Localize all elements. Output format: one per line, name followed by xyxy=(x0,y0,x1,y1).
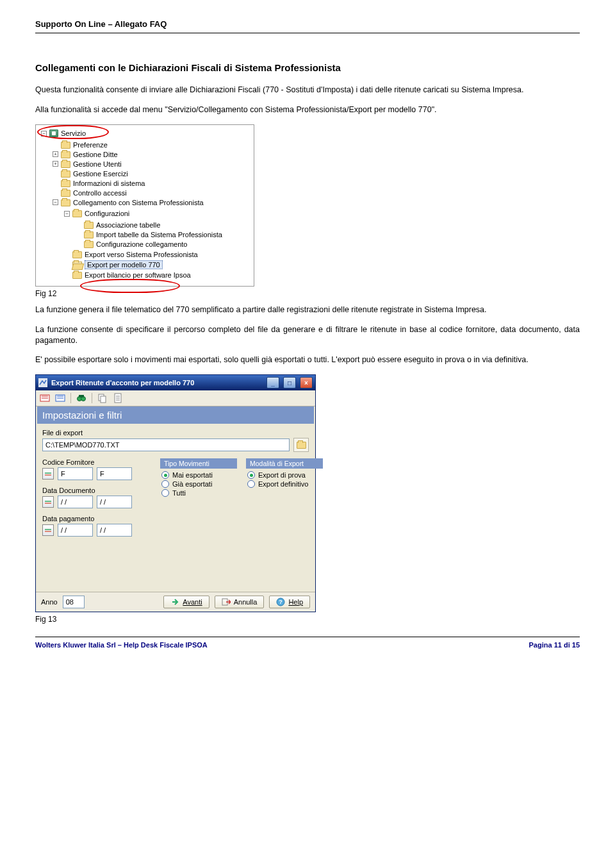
paragraph-intro-1: Questa funzionalità consente di inviare … xyxy=(35,85,580,96)
folder-icon xyxy=(72,251,82,258)
tipo-head: Tipo Movimenti xyxy=(160,458,237,469)
datadoc-to[interactable] xyxy=(97,496,132,508)
tree-item[interactable]: − Configurazioni Associazione tabelle Im… xyxy=(64,209,251,250)
datapag-to[interactable] xyxy=(97,524,132,537)
page-header: Supporto On Line – Allegato FAQ xyxy=(35,19,580,29)
binoculars-icon[interactable] xyxy=(76,393,86,403)
mod-group: Modalità di Export Export di prova Expor… xyxy=(246,458,323,488)
help-button[interactable]: ? Help xyxy=(269,596,310,608)
avanti-button[interactable]: Avanti xyxy=(163,596,209,608)
anno-input[interactable] xyxy=(63,596,85,608)
annulla-button[interactable]: Annulla xyxy=(215,596,265,608)
datapag-label: Data pagamento xyxy=(42,515,151,522)
folder-icon xyxy=(84,231,94,238)
tipo-group: Tipo Movimenti Mai esportati Già esporta… xyxy=(160,458,237,497)
tree-item[interactable]: Controllo accessi xyxy=(53,188,251,197)
plus-icon[interactable]: + xyxy=(53,161,58,167)
radio-icon xyxy=(161,471,169,479)
svg-rect-0 xyxy=(38,378,47,387)
toolbar xyxy=(36,390,315,406)
tree-item[interactable]: +Gestione Utenti xyxy=(53,159,251,169)
tree-item[interactable]: Preferenze xyxy=(53,140,251,149)
mod-head: Modalità di Export xyxy=(246,458,323,469)
radio-mai-esportati[interactable]: Mai esportati xyxy=(160,471,237,480)
tree-item[interactable]: Import tabelle da Sistema Professionista xyxy=(76,230,251,239)
codforn-to[interactable] xyxy=(97,467,132,480)
radio-tutti[interactable]: Tutti xyxy=(160,488,237,497)
radio-icon xyxy=(247,471,255,479)
radio-icon xyxy=(161,489,169,497)
codforn-label: Codice Fornitore xyxy=(42,458,151,466)
tree-screenshot: − Servizio Preferenze +Gestione Ditte +G… xyxy=(35,124,254,287)
tree-item[interactable]: Configurazione collegamento xyxy=(76,239,251,249)
range-icon[interactable] xyxy=(42,524,54,536)
export-dialog: Export Ritenute d'acconto per modello 77… xyxy=(35,374,316,612)
app-icon xyxy=(38,378,47,387)
radio-export-prova[interactable]: Export di prova xyxy=(246,471,323,480)
svg-rect-7 xyxy=(101,396,106,403)
plus-icon[interactable]: + xyxy=(53,151,58,157)
paragraph-3: La funzione genera il file telematico de… xyxy=(35,305,580,315)
section-band: Impostazioni e filtri xyxy=(37,406,314,424)
range-icon[interactable] xyxy=(42,468,54,480)
tree-root[interactable]: − Servizio Preferenze +Gestione Ditte +G… xyxy=(41,129,251,282)
datadoc-from[interactable] xyxy=(58,496,93,508)
dialog-title: Export Ritenute d'acconto per modello 77… xyxy=(51,379,263,387)
codforn-from[interactable] xyxy=(58,467,93,480)
maximize-button[interactable]: □ xyxy=(283,377,296,388)
toolbar-icon-2[interactable] xyxy=(55,393,65,403)
minus-icon[interactable]: − xyxy=(53,199,58,205)
folder-icon xyxy=(297,442,306,449)
tree-root-label: Servizio xyxy=(61,129,86,137)
tree-item[interactable]: Gestione Esercizi xyxy=(53,169,251,178)
footer-rule xyxy=(35,637,580,637)
tree-item[interactable]: Associazione tabelle xyxy=(76,220,251,230)
tree-item-selected[interactable]: Export per modello 770 xyxy=(64,260,251,271)
datapag-from[interactable] xyxy=(58,524,93,537)
tree-item[interactable]: Informazioni di sistema xyxy=(53,178,251,188)
svg-rect-5 xyxy=(79,395,84,397)
page-footer: Wolters Kluwer Italia Srl – Help Desk Fi… xyxy=(35,641,580,649)
paragraph-intro-2: Alla funzionalità si accede dal menu "Se… xyxy=(35,104,580,115)
folder-icon xyxy=(84,241,94,248)
folder-icon xyxy=(61,180,70,187)
section-title: Collegamenti con le Dichiarazioni Fiscal… xyxy=(35,62,580,73)
paragraph-4: La funzione consente di specificare il p… xyxy=(35,324,580,346)
close-button[interactable]: × xyxy=(300,377,313,388)
tree-item[interactable]: +Gestione Ditte xyxy=(53,149,251,159)
doc-icon[interactable] xyxy=(113,393,123,403)
browse-button[interactable] xyxy=(293,438,309,452)
anno-label: Anno xyxy=(41,598,58,606)
tree-item[interactable]: Export bilancio per software Ipsoa xyxy=(64,271,251,280)
folder-icon xyxy=(61,151,70,158)
tree-item[interactable]: Export verso Sistema Professionista xyxy=(64,250,251,260)
figure-label-13: Fig 13 xyxy=(35,615,580,624)
figure-label-12: Fig 12 xyxy=(35,289,580,298)
range-icon[interactable] xyxy=(42,496,54,508)
folder-icon xyxy=(72,272,82,279)
folder-icon xyxy=(61,190,70,197)
minimize-button[interactable]: _ xyxy=(266,377,279,388)
file-label: File di export xyxy=(42,429,309,437)
folder-icon xyxy=(61,199,70,206)
radio-export-definitivo[interactable]: Export definitivo xyxy=(246,480,323,488)
folder-icon xyxy=(61,171,70,178)
folder-open-icon xyxy=(72,262,82,269)
titlebar[interactable]: Export Ritenute d'acconto per modello 77… xyxy=(36,375,315,390)
file-input[interactable] xyxy=(42,438,290,451)
book-icon xyxy=(49,129,58,137)
tree-item[interactable]: − Collegamento con Sistema Professionist… xyxy=(53,197,251,281)
panel: File di export Codice Fornitore Data Doc… xyxy=(36,424,315,592)
minus-icon[interactable]: − xyxy=(64,211,70,217)
arrow-right-icon xyxy=(170,597,179,606)
button-bar: Anno Avanti Annulla ? Help xyxy=(36,592,315,612)
minus-icon[interactable]: − xyxy=(41,131,47,137)
toolbar-icon-1[interactable] xyxy=(40,393,50,403)
footer-right: Pagina 11 di 15 xyxy=(529,641,580,649)
datadoc-label: Data Documento xyxy=(42,487,151,494)
copy-icon[interactable] xyxy=(97,393,108,403)
folder-icon xyxy=(84,222,94,229)
radio-icon xyxy=(247,480,255,488)
radio-gia-esportati[interactable]: Già esportati xyxy=(160,480,237,488)
folder-icon xyxy=(61,161,70,168)
